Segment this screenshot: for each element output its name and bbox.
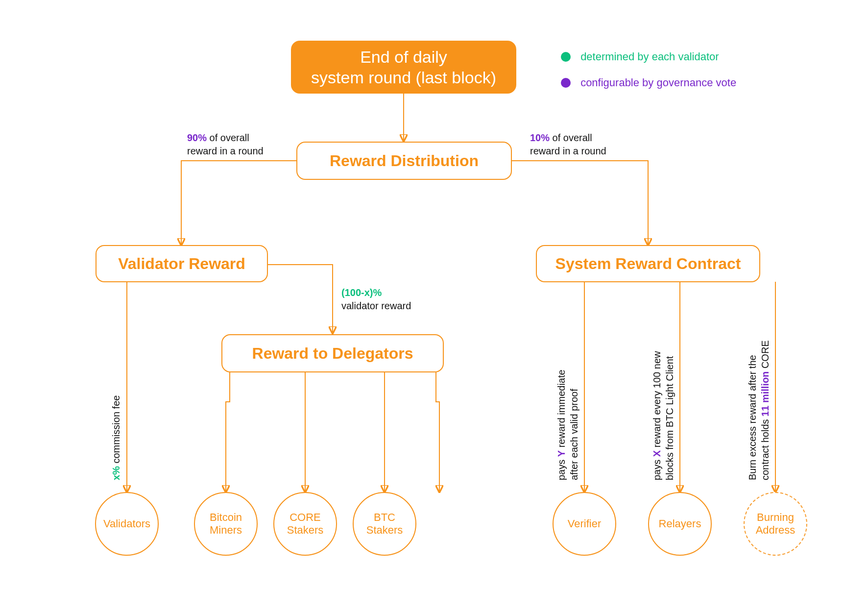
burning-address-circle: Burning Address — [744, 492, 807, 556]
reward-distribution-node: Reward Distribution — [296, 142, 512, 180]
reward-to-delegators-node: Reward to Delegators — [221, 334, 444, 372]
relayers-label: pays X reward every 100 new blocks from … — [651, 351, 676, 480]
verifier-circle: Verifier — [553, 492, 616, 556]
burning-label: Burn excess reward after the contract ho… — [746, 340, 772, 480]
pct90-label: 90% of overall reward in a round — [187, 131, 264, 158]
legend-green: determined by each validator — [561, 50, 719, 63]
verifier-label: pays Y reward immediate after each valid… — [555, 369, 580, 480]
pct10-label: 10% of overall reward in a round — [530, 131, 606, 158]
legend-purple-text: configurable by governance vote — [580, 76, 736, 89]
purple-dot-icon — [561, 78, 571, 88]
btc-stakers-circle: BTC Stakers — [353, 492, 416, 556]
validator-reward-node: Validator Reward — [96, 245, 268, 282]
legend-purple: configurable by governance vote — [561, 76, 736, 89]
system-reward-contract-node: System Reward Contract — [536, 245, 760, 282]
bitcoin-miners-circle: Bitcoin Miners — [194, 492, 258, 556]
relayers-circle: Relayers — [648, 492, 712, 556]
delegator-split-label: (100-x)% validator reward — [341, 286, 411, 313]
root-node: End of daily system round (last block) — [291, 41, 516, 94]
green-dot-icon — [561, 52, 571, 62]
core-stakers-circle: CORE Stakers — [273, 492, 337, 556]
legend-green-text: determined by each validator — [580, 50, 719, 63]
validators-circle: Validators — [95, 492, 159, 556]
commission-fee-label: x% commission fee — [110, 395, 122, 480]
